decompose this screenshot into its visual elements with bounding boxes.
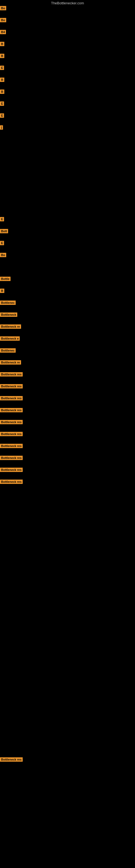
badge-33: Bottleneck res [0, 757, 23, 762]
badge-16: B [0, 289, 4, 293]
badge-1: Bo [0, 18, 6, 22]
badge-22: Bottleneck re [0, 360, 21, 365]
badge-30: Bottleneck res [0, 456, 23, 460]
badge-25: Bottleneck res [0, 396, 23, 400]
badge-19: Bottleneck re [0, 324, 21, 329]
badge-31: Bottleneck res [0, 468, 23, 472]
badge-15: Bottle [0, 277, 10, 281]
badge-10: | [0, 125, 3, 130]
badge-5: E [0, 66, 4, 70]
badge-6: B [0, 78, 4, 82]
badge-14: Bo [0, 253, 6, 257]
badge-7: B [0, 90, 4, 94]
badge-29: Bottleneck res [0, 444, 23, 448]
badge-26: Bottleneck res [0, 408, 23, 412]
badge-24: Bottleneck res [0, 384, 23, 389]
badge-32: Bottleneck res [0, 479, 23, 484]
badge-28: Bottleneck res [0, 432, 23, 436]
badge-2: B4 [0, 30, 6, 34]
badge-3: B [0, 42, 4, 46]
badge-11: E [0, 217, 4, 221]
badge-21: Bottlenec [0, 348, 16, 352]
site-title: TheBottlenecker.com [51, 1, 84, 5]
badge-0: Bo [0, 6, 6, 10]
badge-20: Bottleneck e [0, 336, 20, 341]
badge-17: Bottlenec [0, 301, 16, 305]
badge-23: Bottleneck res [0, 372, 23, 376]
badge-9: E [0, 113, 4, 118]
badge-12: Bott [0, 229, 8, 233]
badge-4: B [0, 54, 4, 58]
badge-13: E [0, 241, 4, 245]
badge-8: E [0, 101, 4, 106]
badge-18: Bottleneck [0, 312, 17, 317]
badge-27: Bottleneck res [0, 420, 23, 424]
